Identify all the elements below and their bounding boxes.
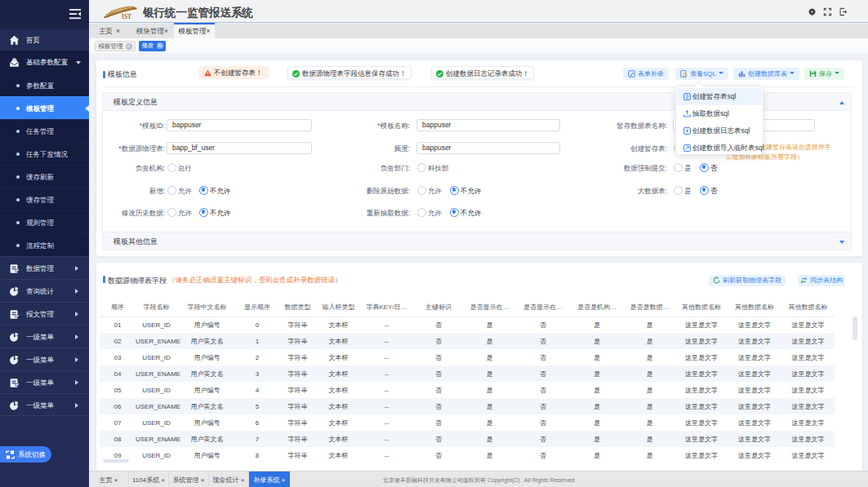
svg-text:IST: IST xyxy=(122,13,131,20)
